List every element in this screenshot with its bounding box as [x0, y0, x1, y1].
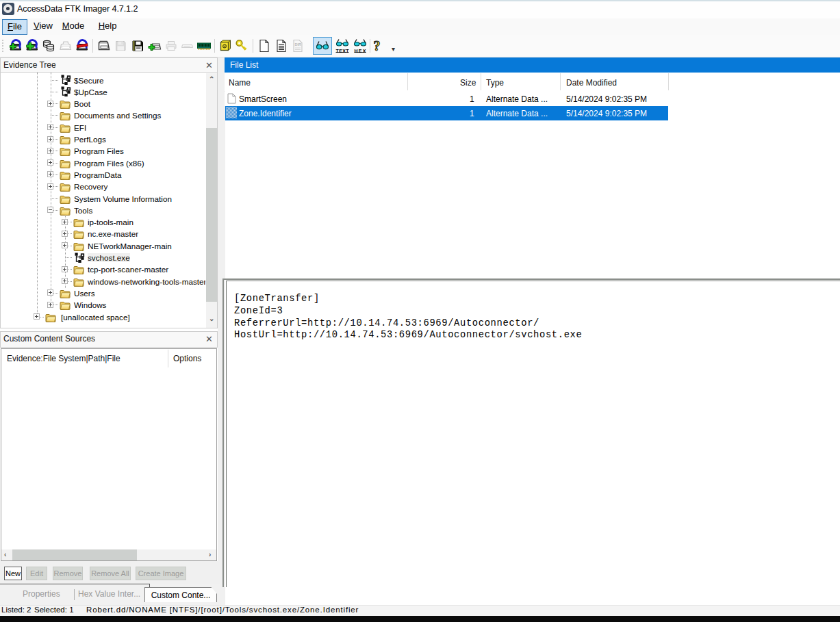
- svg-text:DIR: DIR: [295, 42, 302, 47]
- svg-text:HEX: HEX: [355, 49, 366, 53]
- svg-text:?: ?: [374, 39, 381, 53]
- svg-text:TEXT: TEXT: [336, 49, 350, 53]
